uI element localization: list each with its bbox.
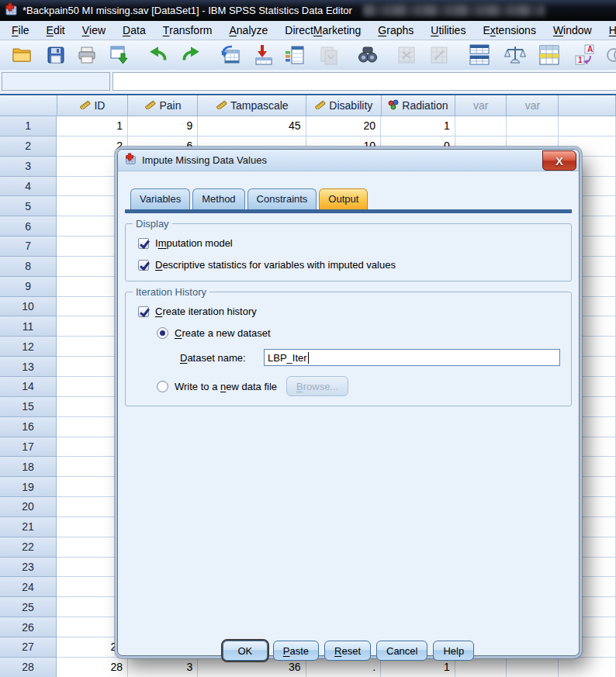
menu-item-utilities[interactable]: Utilities [422,21,474,40]
column-header-id[interactable]: ID [57,95,129,116]
imputation-model-checkbox-row[interactable]: Imputation model [138,237,563,249]
save-icon[interactable] [43,43,68,67]
row-header-26[interactable]: 26 [0,617,57,637]
menu-item-window[interactable]: Window [545,21,600,40]
grid-cell[interactable]: 1 [57,116,128,136]
row-header-1[interactable]: 1 [0,116,57,136]
create-iteration-history-checkbox[interactable] [138,306,149,317]
redo-icon[interactable] [178,43,203,67]
row-header-25[interactable]: 25 [0,597,57,617]
cancel-button[interactable]: Cancel [376,641,427,661]
column-header-label: Disability [329,99,372,112]
weight-cases-icon[interactable] [503,43,528,67]
tab-constraints[interactable]: Constraints [247,188,317,209]
row-header-11[interactable]: 11 [0,316,57,337]
close-button[interactable]: X [542,150,576,171]
row-header-10[interactable]: 10 [0,297,57,317]
menu-item-view[interactable]: View [74,21,114,40]
row-header-27[interactable]: 27 [0,637,57,658]
row-header-15[interactable]: 15 [0,397,57,417]
row-header-7[interactable]: 7 [0,237,57,257]
descriptive-stats-checkbox[interactable] [138,260,149,271]
menu-item-direct-marketing[interactable]: Direct Marketing [276,21,369,40]
variable-sets-icon[interactable] [605,43,616,67]
row-header-9[interactable]: 9 [0,277,57,297]
row-header-6[interactable]: 6 [0,216,57,237]
column-header-var[interactable]: var [455,95,507,116]
write-new-data-file-option[interactable]: Write to a new data file [157,381,277,392]
menu-item-edit[interactable]: Edit [38,21,74,40]
write-new-data-file-radio[interactable] [157,381,168,392]
row-header-24[interactable]: 24 [0,577,57,597]
row-header-22[interactable]: 22 [0,537,57,558]
grid-cell[interactable]: 45 [198,116,306,136]
menu-item-file[interactable]: File [3,21,38,40]
menu-item-graphs[interactable]: Graphs [369,21,422,40]
row-header-28[interactable]: 28 [0,658,57,677]
grid-cell[interactable]: 9 [128,116,198,136]
menu-item-help[interactable]: Help [600,21,616,40]
tab-method[interactable]: Method [192,188,244,209]
grid-cell[interactable]: 1 [381,116,455,136]
menu-item-extensions[interactable]: Extensions [474,21,545,40]
undo-icon[interactable] [146,43,171,67]
grid-corner-cell[interactable] [0,95,57,116]
row-header-19[interactable]: 19 [0,477,57,497]
column-header-var[interactable]: var [507,95,559,116]
paste-button[interactable]: Paste [273,641,319,661]
grid-cell[interactable] [507,116,559,136]
help-button[interactable]: Help [433,641,474,661]
ok-button[interactable]: OK [223,641,268,661]
split-file-icon[interactable] [467,43,492,67]
row-header-23[interactable]: 23 [0,558,57,578]
find-icon[interactable] [355,43,380,67]
descriptive-stats-checkbox-row[interactable]: Descriptive statistics for variables wit… [138,259,563,271]
row-header-17[interactable]: 17 [0,437,57,458]
variables-icon[interactable] [282,43,307,67]
row-header-20[interactable]: 20 [0,497,57,517]
column-header-pain[interactable]: Pain [128,95,198,116]
dataset-name-row: Dataset name: LBP_Iter [180,349,563,366]
value-labels-icon[interactable] [537,43,562,67]
cell-reference-box[interactable] [2,72,110,91]
imputation-model-checkbox[interactable] [138,238,149,249]
row-header-14[interactable]: 14 [0,377,57,397]
grid-cell[interactable]: 20 [306,116,382,136]
create-iteration-history-row[interactable]: Create iteration history [138,306,563,317]
row-header-2[interactable]: 2 [0,136,57,157]
print-icon[interactable] [74,43,99,67]
goto-variable-icon[interactable] [251,43,276,67]
descriptives-icon[interactable] [317,43,341,67]
row-header-3[interactable]: 3 [0,157,57,177]
grid-cell[interactable] [455,116,507,136]
row-header-21[interactable]: 21 [0,517,57,537]
cell-content-editor[interactable] [112,72,616,91]
browse-button[interactable]: Browse... [286,376,348,396]
dataset-name-input[interactable]: LBP_Iter [264,349,560,366]
menu-item-data[interactable]: Data [114,21,154,40]
create-new-dataset-row[interactable]: Create a new dataset [157,327,563,339]
row-header-12[interactable]: 12 [0,337,57,357]
menu-item-transform[interactable]: Transform [154,21,221,40]
goto-case-icon[interactable] [219,43,244,67]
tab-variables[interactable]: Variables [130,188,190,209]
insert-variable-icon[interactable] [427,43,452,67]
tab-output[interactable]: Output [319,188,368,209]
menu-item-analyze[interactable]: Analyze [220,21,276,40]
row-header-4[interactable]: 4 [0,177,57,197]
show-value-labels-icon[interactable]: A1 [573,43,597,67]
dialog-body: Variables Method Constraints Output Disp… [118,188,579,673]
row-header-13[interactable]: 13 [0,357,57,377]
row-header-8[interactable]: 8 [0,257,57,277]
create-new-dataset-radio[interactable] [157,327,168,339]
column-header-tampascale[interactable]: Tampascale [198,95,306,116]
column-header-disability[interactable]: Disability [306,95,381,116]
open-data-icon[interactable] [9,43,34,67]
row-header-5[interactable]: 5 [0,196,57,216]
reset-button[interactable]: Reset [324,641,371,661]
insert-cases-icon[interactable] [394,43,419,67]
row-header-18[interactable]: 18 [0,457,57,477]
recall-dialogs-icon[interactable] [107,43,132,67]
row-header-16[interactable]: 16 [0,417,57,437]
column-header-radiation[interactable]: Radiation [382,95,456,116]
